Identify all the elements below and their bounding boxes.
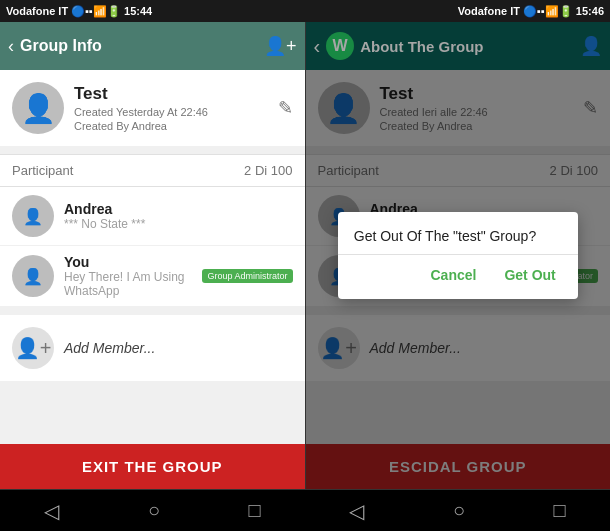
exit-dialog: Get Out Of The "test" Group? Cancel Get … <box>338 212 578 299</box>
section-label-left: Participant <box>12 163 73 178</box>
recent-nav-left[interactable]: □ <box>249 499 261 522</box>
content-left: 👤 Test Created Yesterday At 22:46 Create… <box>0 70 305 489</box>
participant-avatar-you-left: 👤 <box>12 255 54 297</box>
add-member-icon-left: 👤+ <box>12 327 54 369</box>
section-count-left: 2 Di 100 <box>244 163 292 178</box>
participant-info-andrea-left: Andrea *** No State *** <box>64 201 293 231</box>
home-nav-right[interactable]: ○ <box>453 499 465 522</box>
add-member-left[interactable]: 👤+ Add Member... <box>0 315 305 381</box>
status-bar-right: Vodafone IT 🔵▪▪📶🔋 15:46 <box>305 0 610 22</box>
group-by-left: Created By Andrea <box>74 120 278 132</box>
time-left: 15:44 <box>124 5 152 17</box>
carrier-right: Vodafone IT <box>458 5 520 17</box>
group-created-left: Created Yesterday At 22:46 <box>74 106 278 118</box>
participant-name-andrea-left: Andrea <box>64 201 293 217</box>
group-avatar-left: 👤 <box>12 82 64 134</box>
time-right: 15:46 <box>576 5 604 17</box>
participant-icon-you-left: 👤 <box>23 267 43 286</box>
participant-avatar-andrea-left: 👤 <box>12 195 54 237</box>
participant-status-you-left: Hey There! I Am Using WhatsApp <box>64 270 202 298</box>
app-bar-title-left: Group Info <box>20 37 264 55</box>
group-name-left: Test <box>74 84 278 104</box>
avatar-person-icon: 👤 <box>21 92 56 125</box>
edit-icon-left[interactable]: ✎ <box>278 97 293 119</box>
app-bar-left: ‹ Group Info 👤+ <box>0 22 305 70</box>
dialog-confirm-button[interactable]: Get Out <box>490 259 569 291</box>
exit-group-button-left[interactable]: EXIT THE GROUP <box>0 444 305 489</box>
back-nav-right[interactable]: ◁ <box>349 499 364 523</box>
bottom-nav-left: ◁ ○ □ <box>0 489 305 531</box>
dialog-overlay: Get Out Of The "test" Group? Cancel Get … <box>306 22 611 489</box>
participant-item-andrea-left[interactable]: 👤 Andrea *** No State *** <box>0 187 305 246</box>
participant-icon-andrea-left: 👤 <box>23 207 43 226</box>
status-bar-left: Vodafone IT 🔵▪▪📶🔋 15:44 <box>0 0 305 22</box>
group-info-card-left: 👤 Test Created Yesterday At 22:46 Create… <box>0 70 305 146</box>
home-nav-left[interactable]: ○ <box>148 499 160 522</box>
group-details-left: Test Created Yesterday At 22:46 Created … <box>74 84 278 132</box>
participant-status-andrea-left: *** No State *** <box>64 217 293 231</box>
screen-left: ‹ Group Info 👤+ 👤 Test Created Yesterday… <box>0 22 305 489</box>
recent-nav-right[interactable]: □ <box>554 499 566 522</box>
dialog-cancel-button[interactable]: Cancel <box>416 259 490 291</box>
bottom-nav-right: ◁ ○ □ <box>305 489 610 531</box>
dialog-message: Get Out Of The "test" Group? <box>338 212 578 254</box>
add-member-text-left: Add Member... <box>64 340 155 356</box>
back-nav-left[interactable]: ◁ <box>44 499 59 523</box>
participant-name-you-left: You <box>64 254 202 270</box>
screen-right: ‹ W About The Group 👤 👤 Test Created Ier… <box>305 22 611 489</box>
admin-badge-left: Group Administrator <box>202 269 292 283</box>
participant-item-you-left[interactable]: 👤 You Hey There! I Am Using WhatsApp Gro… <box>0 246 305 307</box>
section-header-left: Participant 2 Di 100 <box>0 154 305 187</box>
status-icons-left: 🔵▪▪📶🔋 <box>71 5 121 18</box>
add-person-icon-left[interactable]: 👤+ <box>264 35 297 57</box>
status-icons-right: 🔵▪▪📶🔋 <box>523 5 573 18</box>
carrier-left: Vodafone IT <box>6 5 68 17</box>
back-button-left[interactable]: ‹ <box>8 36 14 57</box>
dialog-actions: Cancel Get Out <box>338 254 578 299</box>
participant-info-you-left: You Hey There! I Am Using WhatsApp <box>64 254 202 298</box>
